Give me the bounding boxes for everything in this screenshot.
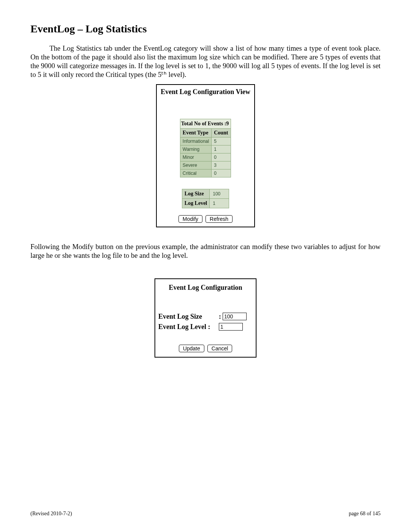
table-row: Informational 5 bbox=[180, 137, 231, 145]
event-type-cell: Severe bbox=[180, 161, 211, 169]
cancel-button[interactable]: Cancel bbox=[207, 345, 233, 352]
event-count-cell: 1 bbox=[212, 145, 231, 153]
col-event-type: Event Type bbox=[180, 128, 211, 137]
log-level-label: Log Level bbox=[182, 198, 210, 208]
intro-paragraph: The Log Statistics tab under the EventLo… bbox=[30, 44, 381, 80]
event-log-size-row: Event Log Size : bbox=[158, 313, 253, 321]
second-paragraph: Following the Modify button on the previ… bbox=[30, 243, 381, 260]
event-log-config-panel: Event Log Configuration Event Log Size :… bbox=[155, 278, 256, 358]
footer-page-number: page 68 of 145 bbox=[349, 511, 381, 517]
modify-button[interactable]: Modify bbox=[178, 215, 202, 223]
col-count: Count bbox=[212, 128, 231, 137]
event-log-level-row: Event Log Level : bbox=[158, 323, 253, 331]
event-type-cell: Critical bbox=[180, 169, 211, 177]
table-row: Minor 0 bbox=[180, 153, 231, 161]
event-count-cell: 0 bbox=[212, 153, 231, 161]
event-count-cell: 5 bbox=[212, 137, 231, 145]
event-log-level-input[interactable] bbox=[219, 323, 243, 331]
event-log-size-label: Event Log Size bbox=[158, 313, 217, 321]
panel1-title: Event Log Configuration View bbox=[160, 88, 251, 96]
event-log-size-input[interactable] bbox=[223, 313, 247, 320]
page-title: EventLog – Log Statistics bbox=[30, 23, 381, 35]
refresh-button[interactable]: Refresh bbox=[206, 215, 233, 223]
table-row: Severe 3 bbox=[180, 161, 231, 169]
total-events-value: 9 bbox=[226, 121, 229, 126]
event-type-cell: Warning bbox=[180, 145, 211, 153]
update-button[interactable]: Update bbox=[179, 345, 204, 352]
panel2-title: Event Log Configuration bbox=[158, 284, 253, 292]
event-log-level-label: Event Log Level : bbox=[158, 323, 217, 331]
event-count-cell: 3 bbox=[212, 161, 231, 169]
table-row: Critical 0 bbox=[180, 169, 231, 177]
event-type-cell: Minor bbox=[180, 153, 211, 161]
event-type-cell: Informational bbox=[180, 137, 211, 145]
event-count-cell: 0 bbox=[212, 169, 231, 177]
event-log-view-panel: Event Log Configuration View Total No of… bbox=[156, 84, 255, 227]
log-size-value: 100 bbox=[210, 189, 229, 198]
total-events-caption: Total No of Events :9 bbox=[180, 119, 231, 128]
table-row: Warning 1 bbox=[180, 145, 231, 153]
event-stats-table: Total No of Events :9 Event Type Count I… bbox=[180, 119, 231, 177]
log-level-value: 1 bbox=[210, 198, 229, 208]
total-events-label: Total No of Events : bbox=[181, 121, 226, 126]
footer-revised: (Revised 2010-7-2) bbox=[30, 511, 72, 517]
log-size-label: Log Size bbox=[182, 189, 210, 198]
size-level-table: Log Size 100 Log Level 1 bbox=[182, 189, 229, 208]
page-footer: (Revised 2010-7-2) page 68 of 145 bbox=[30, 511, 381, 517]
colon: : bbox=[219, 313, 221, 321]
